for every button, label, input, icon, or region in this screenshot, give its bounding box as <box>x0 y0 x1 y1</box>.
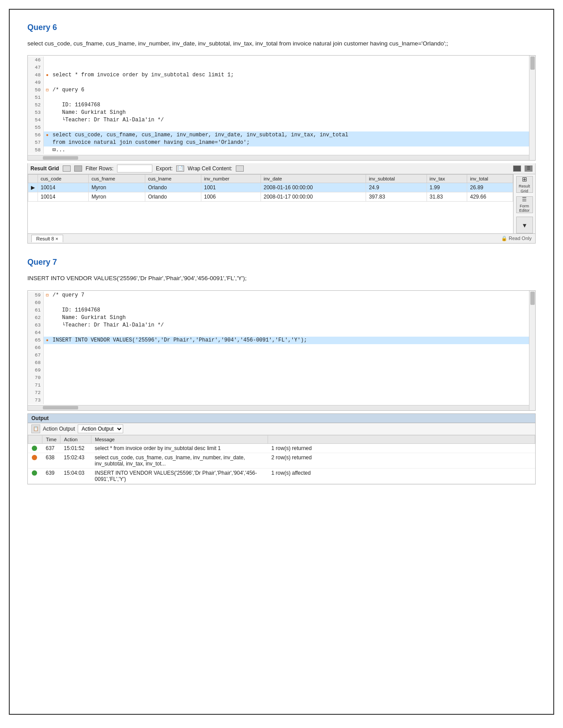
query7-description: INSERT INTO VENDOR VALUES('25596','Dr Ph… <box>27 274 536 283</box>
line-number: 63 <box>28 322 44 329</box>
filter-rows-input[interactable] <box>117 165 152 173</box>
editor-line: 65●INSERT INTO VENDOR VALUES('25596','Dr… <box>28 337 535 344</box>
filter-rows-label: Filter Rows: <box>86 165 113 172</box>
vertical-scrollbar-q7[interactable] <box>529 291 535 410</box>
line-content: ID: 11694768 <box>51 101 535 109</box>
form-editor-label: FormEditor <box>519 204 530 214</box>
result-tab-q6[interactable]: Result 8 × <box>31 235 63 242</box>
vertical-scrollbar-thumb-q6[interactable] <box>530 56 535 70</box>
table-row[interactable]: 10014MyronOrlando10062008-01-17 00:00:00… <box>28 192 513 202</box>
output-header-row: Time Action Message <box>28 435 535 443</box>
col-header-inv_tax[interactable]: inv_tax <box>427 175 467 183</box>
table-cell: 26.89 <box>467 183 513 192</box>
output-section: Output 📋 Action Output Action Output Tim… <box>27 413 536 484</box>
query6-title: Query 6 <box>27 23 536 32</box>
line-dot: ● <box>44 337 51 344</box>
output-message-cell: 2 row(s) returned <box>268 453 535 468</box>
editor-line: 67 <box>28 352 535 359</box>
vertical-scrollbar-q6[interactable] <box>529 56 535 160</box>
form-editor-sidebar-btn[interactable]: ☰ FormEditor <box>516 196 533 213</box>
grid-sidebar-icon: ⊞ <box>522 176 527 183</box>
action-output-label: Action Output <box>43 426 75 432</box>
line-content: └Teacher: Dr Thair Al-Dala'in */ <box>51 116 535 124</box>
editor-line: 59⊟/* query 7 <box>28 292 535 299</box>
line-number: 48 <box>28 71 44 79</box>
query7-section: Query 7 INSERT INTO VENDOR VALUES('25596… <box>27 258 536 484</box>
editor-line: 61 ID: 11694768 <box>28 307 535 314</box>
output-col-time: Action <box>60 435 91 443</box>
table-cell: 24.9 <box>366 183 427 192</box>
editor-line: 62 Name: Gurkirat Singh <box>28 314 535 322</box>
table-row[interactable]: ▶10014MyronOrlando10012008-01-16 00:00:0… <box>28 183 513 192</box>
editor-line: 56●select cus_code, cus_fname, cus_lname… <box>28 131 535 139</box>
line-number: 46 <box>28 56 44 64</box>
output-toolbar: 📋 Action Output Action Output <box>28 423 535 435</box>
line-number: 56 <box>28 131 44 139</box>
page-wrapper: Query 6 select cus_code, cus_fname, cus_… <box>9 9 554 715</box>
col-header-inv_total[interactable]: inv_total <box>467 175 513 183</box>
result-grid-toolbar: Result Grid Filter Rows: Export: 📄 Wrap … <box>27 163 536 174</box>
query6-editor[interactable]: 464748●select * from invoice order by in… <box>27 55 536 161</box>
result-grid-main: cus_code cus_fname cus_lname inv_number … <box>28 174 513 233</box>
editor-lines-q7: 59⊟/* query 76061 ID: 1169476862 Name: G… <box>28 291 535 405</box>
grid-toggle-icon[interactable] <box>513 165 521 172</box>
editor-line: 49 <box>28 79 535 86</box>
query7-title: Query 7 <box>27 258 536 267</box>
result-grid-sidebar-btn[interactable]: ⊞ ResultGrid <box>516 176 533 193</box>
table-cell: 429.66 <box>467 192 513 202</box>
editor-line: 47 <box>28 64 535 71</box>
grid-menu-icon[interactable]: ☰ <box>525 165 533 172</box>
status-indicator <box>32 470 37 476</box>
output-col-num: Time <box>42 435 60 443</box>
query7-editor[interactable]: 59⊟/* query 76061 ID: 1169476862 Name: G… <box>27 290 536 411</box>
editor-line: 66 <box>28 344 535 352</box>
col-header-inv_subtotal[interactable]: inv_subtotal <box>366 175 427 183</box>
scrollbar-thumb-q7[interactable] <box>43 406 78 409</box>
line-number: 51 <box>28 94 44 101</box>
col-header-inv_date[interactable]: inv_date <box>261 175 366 183</box>
editor-line: 54 └Teacher: Dr Thair Al-Dala'in */ <box>28 116 535 124</box>
export-icon[interactable]: 📄 <box>176 165 184 172</box>
line-number: 69 <box>28 367 44 374</box>
line-content: INSERT INTO VENDOR VALUES('25596','Dr Ph… <box>51 337 535 344</box>
line-number: 59 <box>28 292 44 299</box>
editor-line: 60 <box>28 299 535 307</box>
line-content: select cus_code, cus_fname, cus_lname, i… <box>51 131 535 139</box>
output-header: Output <box>28 414 535 423</box>
grid-icon-2[interactable] <box>74 165 82 172</box>
editor-line: 53 Name: Gurkirat Singh <box>28 109 535 116</box>
line-number: 61 <box>28 307 44 314</box>
col-header-cus_lname[interactable]: cus_lname <box>145 175 201 183</box>
action-output-select[interactable]: Action Output <box>78 424 123 433</box>
vertical-scrollbar-thumb-q7[interactable] <box>530 292 535 305</box>
editor-line: 51 <box>28 94 535 101</box>
output-time-cell: 15:02:43 <box>60 453 91 468</box>
editor-line: 50⊟/* query 6 <box>28 86 535 94</box>
line-number: 57 <box>28 139 44 146</box>
horizontal-scrollbar-q7[interactable] <box>28 405 535 410</box>
line-number: 68 <box>28 359 44 367</box>
col-header-inv_number[interactable]: inv_number <box>201 175 261 183</box>
down-arrow-btn[interactable]: ▾ <box>516 217 533 233</box>
output-toolbar-icon[interactable]: 📋 <box>31 424 40 433</box>
output-col-message <box>268 435 535 443</box>
result-footer-q6: Result 8 × 🔒 Read Only <box>27 234 536 244</box>
col-header-cus_fname[interactable]: cus_fname <box>89 175 145 183</box>
query6-description: select cus_code, cus_fname, cus_lname, i… <box>27 39 536 48</box>
table-cell: 31.83 <box>427 192 467 202</box>
output-row: 63715:01:52select * from invoice order b… <box>28 443 535 453</box>
wrap-cell-icon[interactable] <box>236 165 244 172</box>
line-number: 67 <box>28 352 44 359</box>
form-editor-icon: ☰ <box>522 196 527 203</box>
line-number: 55 <box>28 124 44 131</box>
col-header-cus_code[interactable]: cus_code <box>38 175 89 183</box>
line-dot: ⊟ <box>44 86 51 94</box>
grid-icon-1[interactable] <box>63 165 71 172</box>
horizontal-scrollbar-q6[interactable] <box>28 155 535 160</box>
editor-line: 48●select * from invoice order by inv_su… <box>28 71 535 79</box>
table-cell: 1006 <box>201 192 261 202</box>
status-indicator <box>32 455 37 460</box>
scrollbar-thumb-q6[interactable] <box>43 156 78 160</box>
line-content: /* query 7 <box>51 292 535 299</box>
editor-line: 71 <box>28 382 535 389</box>
